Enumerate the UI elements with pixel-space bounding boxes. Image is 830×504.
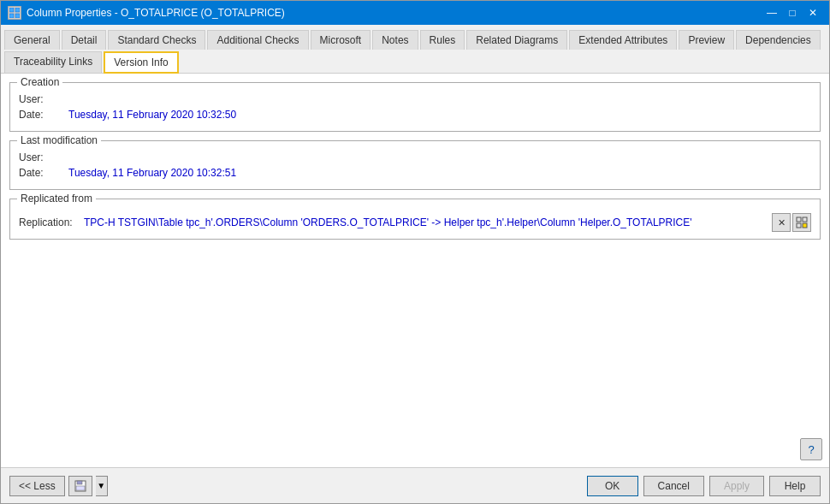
- tab-notes[interactable]: Notes: [372, 30, 418, 50]
- replication-clear-button[interactable]: ✕: [772, 213, 791, 232]
- replication-buttons: ✕: [772, 213, 811, 232]
- last-modification-section: Last modification User: Date: Tuesday, 1…: [9, 140, 821, 190]
- creation-date-value: Tuesday, 11 February 2020 10:32:50: [68, 109, 236, 121]
- tab-detail[interactable]: Detail: [62, 30, 107, 50]
- modification-date-row: Date: Tuesday, 11 February 2020 10:32:51: [19, 167, 811, 179]
- tab-version-info[interactable]: Version Info: [104, 51, 178, 74]
- svg-rect-9: [77, 481, 82, 484]
- close-button[interactable]: ✕: [803, 4, 822, 21]
- creation-section: Creation User: Date: Tuesday, 11 Februar…: [9, 82, 821, 132]
- creation-user-row: User:: [19, 93, 811, 105]
- svg-rect-2: [9, 14, 14, 18]
- apply-button[interactable]: Apply: [709, 476, 764, 496]
- window-title: Column Properties - O_TOTALPRICE (O_TOTA…: [27, 7, 285, 19]
- creation-date-row: Date: Tuesday, 11 February 2020 10:32:50: [19, 109, 811, 121]
- help-button[interactable]: Help: [769, 476, 821, 496]
- replication-properties-button[interactable]: [792, 213, 811, 232]
- tab-dependencies[interactable]: Dependencies: [736, 30, 821, 50]
- maximize-button[interactable]: □: [783, 4, 802, 21]
- svg-rect-4: [797, 217, 801, 222]
- save-dropdown-button[interactable]: ▼: [96, 476, 108, 496]
- replication-label: Replication:: [19, 216, 79, 228]
- tab-rules[interactable]: Rules: [420, 30, 465, 50]
- svg-rect-7: [803, 223, 807, 228]
- svg-rect-3: [15, 14, 20, 18]
- replication-row: Replication: TPC-H TSTGIN\Table tpc_h'.O…: [19, 213, 811, 232]
- svg-rect-6: [797, 223, 801, 228]
- main-window: Column Properties - O_TOTALPRICE (O_TOTA…: [0, 0, 830, 504]
- less-label: << Less: [19, 480, 56, 492]
- help-icon: ?: [808, 443, 814, 456]
- context-help-button[interactable]: ?: [800, 438, 822, 460]
- tab-traceability-links[interactable]: Traceability Links: [4, 51, 102, 73]
- modification-user-label: User:: [19, 151, 62, 163]
- replicated-from-legend: Replicated from: [17, 193, 96, 205]
- bottom-right: OK Cancel Apply Help: [587, 476, 821, 496]
- creation-user-label: User:: [19, 93, 62, 105]
- svg-rect-5: [803, 217, 807, 222]
- save-button[interactable]: [68, 476, 92, 496]
- tab-related-diagrams[interactable]: Related Diagrams: [466, 30, 567, 50]
- bottom-bar: << Less ▼ OK Cancel Apply Help: [1, 467, 829, 503]
- tab-general[interactable]: General: [4, 30, 60, 50]
- svg-rect-0: [9, 8, 14, 12]
- modification-date-label: Date:: [19, 167, 62, 179]
- creation-legend: Creation: [17, 76, 62, 88]
- less-button[interactable]: << Less: [9, 476, 65, 496]
- tab-extended-attributes[interactable]: Extended Attributes: [569, 30, 677, 50]
- tab-standard-checks[interactable]: Standard Checks: [108, 30, 205, 50]
- bottom-left: << Less ▼: [9, 476, 108, 496]
- svg-rect-1: [15, 8, 20, 12]
- ok-button[interactable]: OK: [587, 476, 638, 496]
- tab-bar: General Detail Standard Checks Additiona…: [1, 25, 829, 74]
- tab-preview[interactable]: Preview: [679, 30, 734, 50]
- save-icon: [74, 480, 86, 492]
- svg-rect-10: [76, 486, 85, 490]
- replicated-from-section: Replicated from Replication: TPC-H TSTGI…: [9, 199, 821, 240]
- tab-additional-checks[interactable]: Additional Checks: [207, 30, 308, 50]
- creation-date-label: Date:: [19, 109, 62, 121]
- title-controls: — □ ✕: [762, 4, 822, 21]
- last-modification-legend: Last modification: [17, 134, 101, 146]
- modification-user-row: User:: [19, 151, 811, 163]
- minimize-button[interactable]: —: [762, 4, 781, 21]
- replication-value: TPC-H TSTGIN\Table tpc_h'.ORDERS\Column …: [84, 216, 767, 228]
- cancel-button[interactable]: Cancel: [643, 476, 704, 496]
- tab-microsoft[interactable]: Microsoft: [311, 30, 371, 50]
- title-bar: Column Properties - O_TOTALPRICE (O_TOTA…: [1, 1, 829, 25]
- content-area: Creation User: Date: Tuesday, 11 Februar…: [1, 74, 829, 467]
- window-icon: [8, 6, 21, 20]
- title-bar-left: Column Properties - O_TOTALPRICE (O_TOTA…: [8, 6, 285, 20]
- modification-date-value: Tuesday, 11 February 2020 10:32:51: [68, 167, 236, 179]
